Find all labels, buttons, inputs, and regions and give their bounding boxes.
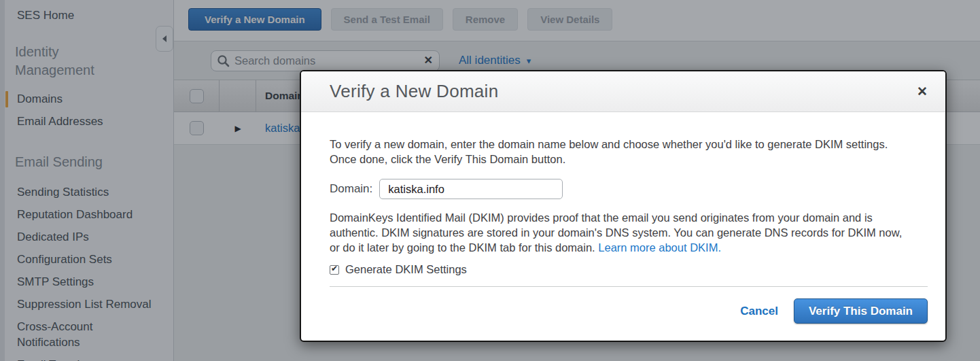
footer-divider <box>330 286 928 287</box>
domain-input[interactable] <box>379 179 563 199</box>
modal-title: Verify a New Domain <box>330 81 917 102</box>
generate-dkim-checkbox[interactable] <box>330 265 339 275</box>
modal-intro-text: To verify a new domain, enter the domain… <box>330 137 897 167</box>
domain-field-label: Domain: <box>330 182 372 196</box>
close-icon[interactable]: ✕ <box>917 85 928 98</box>
generate-dkim-label: Generate DKIM Settings <box>345 263 467 276</box>
verify-domain-modal: Verify a New Domain ✕ To verify a new do… <box>300 70 947 342</box>
cancel-button[interactable]: Cancel <box>740 305 778 318</box>
dkim-description-text: DomainKeys Identified Mail (DKIM) provid… <box>330 210 904 255</box>
generate-dkim-row: Generate DKIM Settings <box>330 263 928 276</box>
modal-body: To verify a new domain, enter the domain… <box>301 112 945 324</box>
domain-field-row: Domain: <box>330 179 928 199</box>
modal-footer: Cancel Verify This Domain <box>330 298 928 324</box>
learn-more-dkim-link[interactable]: Learn more about DKIM. <box>598 241 721 254</box>
verify-this-domain-button[interactable]: Verify This Domain <box>794 298 928 324</box>
modal-header: Verify a New Domain ✕ <box>301 71 945 112</box>
ses-console: SES Home Identity Management Domains Ema… <box>0 0 980 361</box>
